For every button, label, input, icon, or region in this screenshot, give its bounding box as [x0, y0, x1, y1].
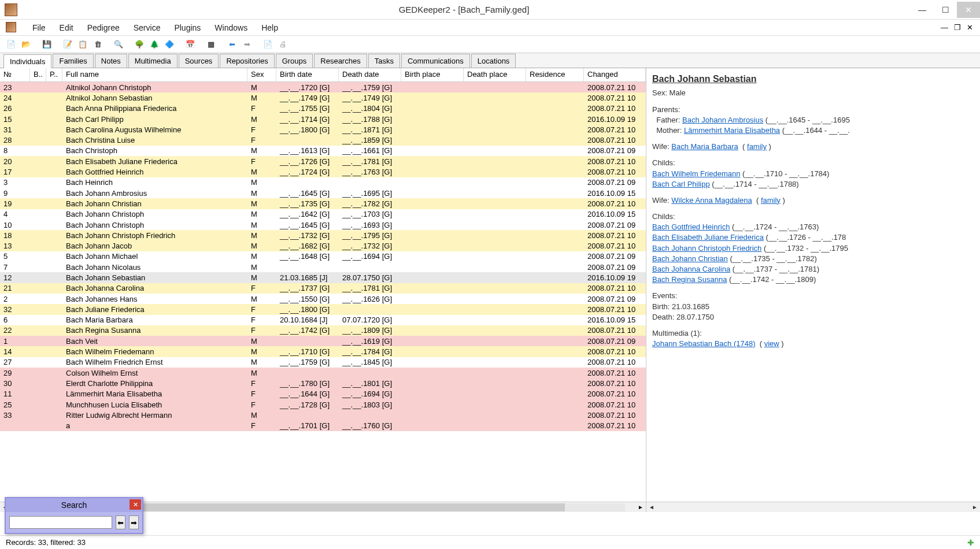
table-row[interactable]: 30Elerdt Charlotte PhilippinaF__.__.1780…: [0, 378, 646, 388]
tab-repositories[interactable]: Repositories: [220, 54, 274, 68]
mdi-restore-button[interactable]: ❐: [954, 23, 961, 32]
table-row[interactable]: 20Bach Elisabeth Juliane FriedericaF__._…: [0, 156, 646, 166]
child-link[interactable]: Bach Johann Christoph Friedrich: [652, 244, 761, 253]
tab-groups[interactable]: Groups: [276, 54, 313, 68]
column-header[interactable]: Death place: [464, 68, 526, 81]
tree-descendants-button[interactable]: [148, 38, 161, 51]
tab-researches[interactable]: Researches: [314, 54, 367, 68]
table-row[interactable]: 24Altnikol Johann SebastianM__.__.1749 […: [0, 92, 646, 103]
table-row[interactable]: 21Bach Johanna CarolinaF__.__.1737 [G]__…: [0, 283, 646, 294]
table-row[interactable]: 6Bach Maria BarbaraF20.10.1684 [J]07.07.…: [0, 315, 646, 325]
table-row[interactable]: 13Bach Johann JacobM__.__.1682 [G]__.__.…: [0, 240, 646, 251]
table-row[interactable]: 8Bach ChristophM__.__.1613 [G]__.__.1661…: [0, 146, 646, 156]
table-row[interactable]: aF__.__.1701 [G]__.__.1760 [G]2008.07.21…: [0, 421, 646, 431]
column-header[interactable]: Death date: [339, 68, 401, 81]
menu-edit[interactable]: Edit: [53, 21, 80, 34]
column-header[interactable]: Changed: [584, 68, 646, 81]
column-header[interactable]: Sex: [247, 68, 276, 81]
edit-record-button[interactable]: [76, 38, 89, 51]
table-row[interactable]: 11Lämmerhirt Maria ElisabethaF__.__.1644…: [0, 389, 646, 399]
table-row[interactable]: 22Bach Regina SusannaF__.__.1742 [G]__._…: [0, 325, 646, 336]
child-link[interactable]: Bach Johann Christian: [652, 254, 728, 263]
child-link[interactable]: Bach Regina Susanna: [652, 275, 727, 284]
child-link[interactable]: Bach Johanna Carolina: [652, 265, 730, 273]
wife2-link[interactable]: Wilcke Anna Magdalena: [671, 196, 752, 205]
family2-link[interactable]: family: [761, 196, 781, 205]
mdi-close-button[interactable]: ✕: [967, 23, 973, 32]
child-link[interactable]: Bach Carl Philipp: [652, 180, 710, 188]
view-link[interactable]: view: [764, 339, 779, 348]
column-header[interactable]: Birth date: [276, 68, 339, 81]
menu-file[interactable]: File: [25, 21, 53, 34]
mdi-minimize-button[interactable]: —: [941, 23, 948, 32]
tab-locations[interactable]: Locations: [471, 54, 516, 68]
table-row[interactable]: 3Bach HeinrichM2008.07.21 09: [0, 177, 646, 188]
menu-service[interactable]: Service: [127, 21, 168, 34]
menu-plugins[interactable]: Plugins: [167, 21, 208, 34]
tab-tasks[interactable]: Tasks: [368, 54, 400, 68]
nav-forward-button[interactable]: [241, 38, 253, 51]
table-row[interactable]: 18Bach Johann Christoph FriedrichM__.__.…: [0, 230, 646, 240]
table-row[interactable]: 26Bach Anna Philippiana FriedericaF__.__…: [0, 103, 646, 114]
scroll-right-icon[interactable]: ►: [635, 504, 646, 510]
search-next-button[interactable]: ➡: [129, 515, 139, 529]
child-link[interactable]: Bach Wilhelm Friedemann: [652, 169, 740, 178]
tree-both-button[interactable]: [163, 38, 176, 51]
print-button[interactable]: [276, 38, 289, 51]
child-link[interactable]: Bach Gottfried Heinrich: [652, 222, 730, 231]
stats-button[interactable]: [205, 38, 217, 51]
search-prev-button[interactable]: ⬅: [116, 515, 125, 529]
table-row[interactable]: 33Ritter Ludwig Albrecht HermannM2008.07…: [0, 410, 646, 420]
tab-notes[interactable]: Notes: [95, 54, 127, 68]
table-row[interactable]: 27Bach Wilhelm Friedrich ErnstM__.__.175…: [0, 357, 646, 368]
table-row[interactable]: 4Bach Johann ChristophM__.__.1642 [G]__.…: [0, 209, 646, 220]
table-row[interactable]: 32Bach Juliane FriedericaF__.__.1800 [G]…: [0, 304, 646, 314]
maximize-button[interactable]: ☐: [934, 2, 957, 18]
tab-communications[interactable]: Communications: [401, 54, 470, 68]
save-button[interactable]: [40, 38, 53, 51]
nav-back-button[interactable]: [225, 38, 238, 51]
table-row[interactable]: 10Bach Johann ChristophM__.__.1645 [G]__…: [0, 220, 646, 230]
table-row[interactable]: 2Bach Johannes HansM__.__.1550 [G]__.__.…: [0, 294, 646, 304]
column-header[interactable]: P..: [46, 68, 62, 81]
column-header[interactable]: Birth place: [401, 68, 464, 81]
multimedia-link[interactable]: Johann Sebastian Bach (1748): [652, 339, 756, 348]
send-mail-button[interactable]: [261, 38, 274, 51]
wife1-link[interactable]: Bach Maria Barbara: [671, 142, 738, 151]
scroll-left-icon[interactable]: ◄: [646, 503, 657, 511]
menu-pedigree[interactable]: Pedigree: [80, 21, 127, 34]
table-row[interactable]: 31Bach Carolina Augusta WilhelmineF__.__…: [0, 124, 646, 135]
mother-link[interactable]: Lämmerhirt Maria Elisabetha: [684, 126, 780, 135]
new-button[interactable]: [5, 38, 17, 51]
table-row[interactable]: 23Altnikol Johann ChristophM__.__.1720 […: [0, 82, 646, 92]
tab-families[interactable]: Families: [53, 54, 93, 68]
open-button[interactable]: [20, 38, 32, 51]
column-header[interactable]: №: [0, 68, 30, 81]
menu-windows[interactable]: Windows: [208, 21, 254, 34]
table-row[interactable]: 19Bach Johann ChristianM__.__.1735 [G]__…: [0, 198, 646, 209]
tree-ancestors-button[interactable]: [133, 38, 146, 51]
menu-help[interactable]: Help: [254, 21, 285, 34]
table-row[interactable]: 29Colson Wilhelm ErnstM2008.07.21 10: [0, 368, 646, 378]
table-row[interactable]: 1Bach VeitM__.__.1619 [G]2008.07.21 09: [0, 336, 646, 346]
table-row[interactable]: 17Bach Gottfried HeinrichM__.__.1724 [G]…: [0, 166, 646, 177]
scroll-right-icon[interactable]: ►: [970, 503, 980, 511]
table-row[interactable]: 9Bach Johann AmbrosiusM__.__.1645 [G]__.…: [0, 188, 646, 198]
table-row[interactable]: 12Bach Johann SebastianM21.03.1685 [J]28…: [0, 272, 646, 283]
tab-individuals[interactable]: Individuals: [3, 54, 51, 68]
add-record-button[interactable]: [61, 38, 74, 51]
table-row[interactable]: 15Bach Carl PhilippM__.__.1714 [G]__.__.…: [0, 114, 646, 124]
tab-sources[interactable]: Sources: [179, 54, 219, 68]
column-header[interactable]: B..: [30, 68, 46, 81]
pedigree-button[interactable]: [184, 38, 197, 51]
column-header[interactable]: Full name: [62, 68, 247, 81]
detail-hscrollbar[interactable]: ◄ ►: [646, 502, 980, 512]
delete-record-button[interactable]: [91, 38, 104, 51]
table-row[interactable]: 25Munchhusen Lucia ElisabethF__.__.1728 …: [0, 399, 646, 410]
column-header[interactable]: Residence: [526, 68, 584, 81]
filter-button[interactable]: [112, 38, 125, 51]
family1-link[interactable]: family: [747, 142, 767, 151]
tab-multimedia[interactable]: Multimedia: [128, 54, 177, 68]
table-row[interactable]: 5Bach Johann MichaelM__.__.1648 [G]__.__…: [0, 251, 646, 262]
table-row[interactable]: 7Bach Johann NicolausM2008.07.21 09: [0, 262, 646, 272]
